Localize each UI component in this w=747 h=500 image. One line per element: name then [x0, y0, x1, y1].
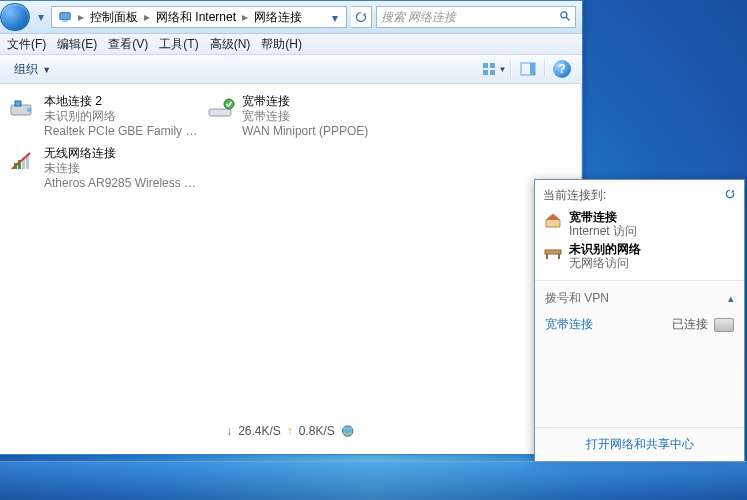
connection-item-broadband[interactable]: 宽带连接 宽带连接 WAN Miniport (PPPOE) — [206, 94, 401, 139]
connection-item-wifi[interactable]: 无线网络连接 未连接 Atheros AR9285 Wireless Net..… — [8, 146, 203, 191]
search-icon — [559, 10, 571, 25]
flyout-body: 拨号和 VPN ▴ 宽带连接 已连接 — [535, 281, 744, 427]
breadcrumb-chevron: ▸ — [240, 10, 250, 24]
svg-rect-5 — [490, 63, 495, 68]
tiles-icon — [482, 62, 498, 76]
svg-rect-11 — [15, 101, 21, 106]
menu-edit[interactable]: 编辑(E) — [53, 35, 101, 54]
refresh-button[interactable] — [351, 6, 372, 28]
flyout-item-label: 宽带连接 — [545, 316, 593, 333]
svg-rect-4 — [483, 63, 488, 68]
flyout-item-broadband[interactable]: 宽带连接 已连接 — [535, 312, 744, 337]
view-mode-button[interactable]: ▼ — [480, 57, 508, 81]
explorer-window: ▾ ▸ 控制面板 ▸ 网络和 Internet ▸ 网络连接 ▾ 搜索 网络连 — [0, 0, 583, 455]
flyout-footer: 打开网络和共享中心 — [535, 427, 744, 461]
svg-line-3 — [567, 17, 570, 20]
menu-adv[interactable]: 高级(N) — [206, 35, 255, 54]
svg-point-2 — [561, 11, 567, 17]
modem-icon — [206, 94, 236, 124]
ie-icon — [341, 424, 355, 438]
network-flyout: 当前连接到: 宽带连接 Internet 访问 — [534, 179, 745, 462]
taskbar[interactable] — [0, 461, 747, 500]
flyout-net1-title: 宽带连接 — [569, 210, 637, 224]
breadcrumb-seg-3[interactable]: 网络连接 — [250, 7, 306, 27]
svg-rect-9 — [530, 63, 535, 75]
nav-history-dropdown[interactable]: ▾ — [34, 5, 47, 29]
open-network-center-link[interactable]: 打开网络和共享中心 — [586, 437, 694, 451]
search-placeholder: 搜索 网络连接 — [381, 9, 456, 26]
svg-rect-7 — [490, 70, 495, 75]
breadcrumb-chevron: ▸ — [76, 10, 86, 24]
svg-point-14 — [224, 99, 234, 109]
svg-rect-22 — [546, 254, 548, 259]
flyout-title: 当前连接到: — [543, 187, 606, 204]
refresh-icon — [724, 188, 736, 200]
flyout-refresh-button[interactable] — [724, 188, 736, 203]
flyout-net1: 宽带连接 Internet 访问 — [543, 208, 736, 240]
connection-item-lan2[interactable]: 本地连接 2 未识别的网络 Realtek PCIe GBE Family Co… — [8, 94, 203, 139]
flyout-net1-sub: Internet 访问 — [569, 224, 637, 238]
svg-rect-6 — [483, 70, 488, 75]
download-speed: 26.4K/S — [238, 424, 281, 438]
chevron-down-icon: ▼ — [498, 65, 507, 74]
connection-title: 宽带连接 — [242, 94, 401, 109]
menu-view[interactable]: 查看(V) — [104, 35, 152, 54]
connection-title: 本地连接 2 — [44, 94, 203, 109]
address-dropdown-icon[interactable]: ▾ — [332, 11, 344, 23]
organize-button[interactable]: 组织 ▼ — [6, 59, 59, 80]
nav-row: ▾ ▸ 控制面板 ▸ 网络和 Internet ▸ 网络连接 ▾ 搜索 网络连 — [0, 1, 582, 34]
net-speed-indicator: ↓ 26.4K/S ↑ 0.8K/S — [219, 420, 362, 442]
modem-icon — [714, 318, 734, 332]
connection-device: Atheros AR9285 Wireless Net... — [44, 176, 203, 191]
wifi-disabled-icon — [8, 146, 38, 176]
computer-icon — [58, 10, 72, 24]
nav-back-button[interactable] — [0, 3, 30, 31]
connections-list: 本地连接 2 未识别的网络 Realtek PCIe GBE Family Co… — [0, 84, 582, 454]
menu-help[interactable]: 帮助(H) — [257, 35, 306, 54]
command-bar: 组织 ▼ ▼ ? — [0, 55, 582, 84]
download-arrow-icon: ↓ — [226, 424, 232, 438]
connection-status: 宽带连接 — [242, 109, 401, 124]
breadcrumb-seg-1[interactable]: 控制面板 — [86, 7, 142, 27]
flyout-net2-sub: 无网络访问 — [569, 256, 641, 270]
svg-point-12 — [27, 108, 31, 112]
breadcrumb-chevron: ▸ — [142, 10, 152, 24]
menu-tools[interactable]: 工具(T) — [155, 35, 202, 54]
flyout-header: 当前连接到: 宽带连接 Internet 访问 — [535, 180, 744, 281]
chevron-down-icon: ▼ — [41, 65, 51, 75]
preview-pane-button[interactable] — [514, 57, 542, 81]
svg-rect-21 — [545, 250, 561, 254]
menu-file[interactable]: 文件(F) — [3, 35, 50, 54]
svg-rect-0 — [60, 13, 71, 20]
ethernet-icon — [8, 94, 38, 124]
flyout-category-dial-vpn[interactable]: 拨号和 VPN ▴ — [535, 285, 744, 312]
svg-rect-23 — [558, 254, 560, 259]
flyout-item-status: 已连接 — [672, 316, 708, 333]
connection-device: Realtek PCIe GBE Family Contr... — [44, 124, 203, 139]
connection-device: WAN Miniport (PPPOE) — [242, 124, 401, 139]
upload-speed: 0.8K/S — [299, 424, 335, 438]
svg-rect-13 — [209, 109, 231, 116]
connection-title: 无线网络连接 — [44, 146, 203, 161]
search-input[interactable]: 搜索 网络连接 — [376, 6, 576, 28]
breadcrumb-icon — [54, 7, 76, 27]
address-bar[interactable]: ▸ 控制面板 ▸ 网络和 Internet ▸ 网络连接 ▾ — [51, 6, 347, 28]
home-network-icon — [543, 210, 563, 230]
upload-arrow-icon: ↑ — [287, 424, 293, 438]
chevron-up-icon: ▴ — [728, 292, 734, 305]
bench-network-icon — [543, 242, 563, 262]
menu-bar: 文件(F) 编辑(E) 查看(V) 工具(T) 高级(N) 帮助(H) — [0, 34, 582, 55]
breadcrumb-seg-2[interactable]: 网络和 Internet — [152, 7, 240, 27]
flyout-net2: 未识别的网络 无网络访问 — [543, 240, 736, 272]
pane-icon — [520, 62, 536, 76]
svg-rect-1 — [62, 21, 67, 22]
connection-status: 未连接 — [44, 161, 203, 176]
flyout-net2-title: 未识别的网络 — [569, 242, 641, 256]
refresh-icon — [355, 11, 367, 23]
help-button[interactable]: ? — [548, 57, 576, 81]
help-icon: ? — [553, 60, 571, 78]
connection-status: 未识别的网络 — [44, 109, 203, 124]
